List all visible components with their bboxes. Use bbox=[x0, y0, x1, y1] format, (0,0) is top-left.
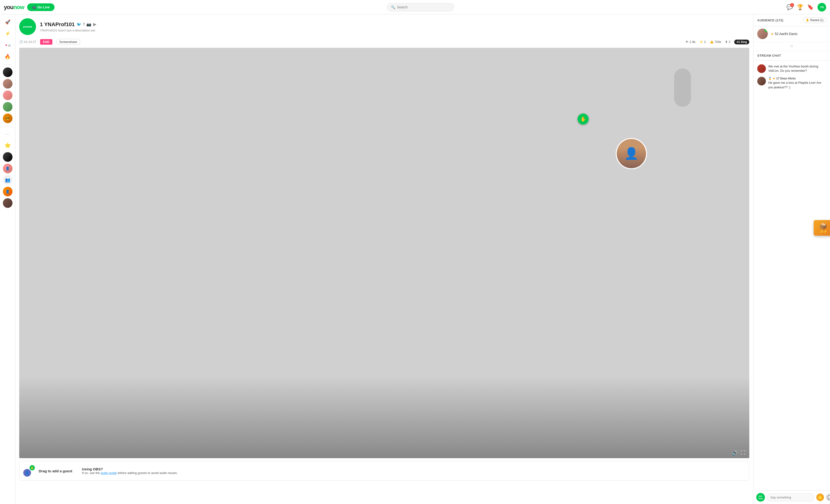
broadcaster-description: YNAProf101 hasn't put a description yet bbox=[40, 29, 749, 32]
chat-send-icons: ⭐ 💬 bbox=[816, 494, 830, 501]
sidebar-item-star-teal[interactable]: ⭐ bbox=[3, 141, 12, 150]
sidebar-avatar-4[interactable] bbox=[3, 102, 12, 111]
go-live-button[interactable]: 📹 Go Live bbox=[27, 3, 55, 11]
stream-controls: 🕐 01:24:27 END Screenshare 👁 2.9k ⚡ 2 👍 … bbox=[19, 39, 749, 45]
chat-message-2: 🏅 ★ 17 Dean Hicks He gave me a kiss at P… bbox=[754, 75, 830, 91]
camera-icon: 📹 bbox=[32, 5, 36, 9]
raised-button[interactable]: ✋ Raised (1) bbox=[803, 17, 826, 23]
panel-divider: ≡ bbox=[754, 42, 830, 51]
gift-chest[interactable]: 📦 ✨✨ bbox=[814, 220, 830, 236]
chat-messages: We met at the YouNow booth during VidCon… bbox=[754, 61, 830, 490]
chat-avatar-1 bbox=[757, 64, 766, 73]
sidebar-avatar-1[interactable] bbox=[3, 67, 12, 77]
chat-badge-icon: 🏅 bbox=[768, 77, 772, 80]
sidebar: 🚀 ⚡ ✦📊 🔥 😎 ··· ⭐ 👤 👥 👤 bbox=[0, 14, 15, 504]
sidebar-avatar-5[interactable]: 😎 bbox=[3, 113, 12, 123]
chat-badge: 1 bbox=[790, 3, 794, 7]
guest-video-circle: 👤 bbox=[616, 138, 647, 169]
sidebar-divider-2 bbox=[4, 126, 11, 126]
twitter-icon[interactable]: 🐦 bbox=[76, 22, 82, 27]
hand-raise-button[interactable]: ✋ bbox=[578, 113, 588, 125]
logo[interactable]: younow bbox=[4, 4, 24, 10]
right-panel: AUDIENCE (172) ✋ Raised (1) ✋ ★ 52 Aarth… bbox=[753, 14, 830, 504]
send-message-button[interactable]: 💬 bbox=[826, 494, 830, 501]
eye-icon: 👁 bbox=[685, 40, 689, 44]
audience-title: AUDIENCE (172) bbox=[757, 19, 784, 22]
broadcaster-details: 1 YNAProf101 🐦 f 📷 ▶ YNAProf101 hasn't p… bbox=[40, 21, 749, 32]
chat-text-2: He gave me a kiss at Playlist Live! Are … bbox=[768, 81, 826, 89]
sidebar-divider-1 bbox=[4, 64, 11, 65]
chat-input-avatar: younow bbox=[756, 493, 765, 502]
instagram-icon[interactable]: 📷 bbox=[87, 22, 91, 27]
obs-info: Using OBS? If so, use the audio guide be… bbox=[82, 467, 178, 475]
audience-hand-icon: ✋ bbox=[764, 29, 768, 32]
ghost-overlay bbox=[674, 68, 691, 107]
end-button[interactable]: END bbox=[40, 39, 52, 45]
video-controls: 🔊 ⛶ bbox=[732, 450, 745, 456]
drag-avatar-group: 👤 ✋ bbox=[23, 465, 35, 477]
search-icon: 🔍 bbox=[391, 5, 395, 9]
social-icons: 🐦 f 📷 ▶ bbox=[76, 22, 96, 27]
sidebar-avatar-8[interactable]: 👤 bbox=[3, 187, 12, 196]
broadcaster-name: 1 YNAProf101 🐦 f 📷 ▶ bbox=[40, 21, 749, 28]
sidebar-avatar-2[interactable] bbox=[3, 79, 12, 89]
broadcaster-info: younow 1 YNAProf101 🐦 f 📷 ▶ YNAProf101 h… bbox=[19, 18, 749, 35]
sidebar-avatar-7[interactable]: 👤 bbox=[3, 164, 12, 173]
audience-avatar-1: ✋ bbox=[757, 29, 768, 39]
sidebar-avatar-3[interactable] bbox=[3, 91, 12, 100]
chat-input[interactable] bbox=[767, 494, 815, 501]
top-navigation: younow 📹 Go Live 🔍 💬 1 🏆 🔖 YN bbox=[0, 0, 830, 14]
sidebar-avatar-9[interactable] bbox=[3, 198, 12, 208]
badge-icon[interactable]: 🔖 bbox=[807, 4, 814, 10]
chat-star-icon: ★ bbox=[773, 77, 775, 80]
volume-icon[interactable]: 🔊 bbox=[732, 450, 738, 456]
views-stat: 👁 2.9k bbox=[685, 40, 696, 44]
audience-member-name: ★ 52 Aarthi Davis bbox=[771, 32, 797, 36]
chat-avatar-2 bbox=[757, 77, 766, 86]
nav-center: 🔍 bbox=[55, 3, 787, 11]
drag-guest-label: Drag to add a guest bbox=[39, 469, 72, 473]
sidebar-item-fire[interactable]: 🔥 bbox=[3, 52, 12, 61]
chat-icon-button[interactable]: 💬 1 bbox=[787, 4, 793, 10]
facebook-icon[interactable]: f bbox=[83, 22, 85, 27]
trophy-icon[interactable]: 🏆 bbox=[797, 4, 803, 10]
star-badge-icon: ★ bbox=[771, 32, 774, 36]
chat-input-bar: younow ⭐ 💬 bbox=[754, 490, 830, 504]
sidebar-item-star-pink[interactable]: ✦📊 bbox=[3, 40, 12, 50]
drag-hand-icon: ✋ bbox=[30, 465, 35, 470]
chat-name-2: 🏅 ★ 17 Dean Hicks bbox=[768, 77, 826, 80]
audience-header: AUDIENCE (172) ✋ Raised (1) bbox=[754, 14, 830, 26]
sidebar-item-lightning[interactable]: ⚡ bbox=[3, 29, 12, 38]
search-input[interactable] bbox=[397, 5, 450, 9]
sidebar-avatar-group-icon[interactable]: 👥 bbox=[3, 175, 12, 185]
send-star-button[interactable]: ⭐ bbox=[816, 494, 824, 501]
rank-badge: #1 Sing bbox=[734, 40, 749, 44]
obs-description: If so, use the audio guide before adding… bbox=[82, 471, 178, 475]
chest-sparkle: ✨✨ bbox=[820, 230, 827, 233]
hand-small-icon: ✋ bbox=[806, 19, 809, 22]
thumbs-stat: 👍 700k bbox=[710, 40, 721, 44]
search-bar: 🔍 bbox=[387, 3, 454, 11]
main-layout: 🚀 ⚡ ✦📊 🔥 😎 ··· ⭐ 👤 👥 👤 younow 1 YNAProf1… bbox=[0, 14, 830, 504]
sidebar-item-more[interactable]: ··· bbox=[3, 129, 12, 139]
broadcaster-avatar: younow bbox=[19, 18, 36, 35]
chat-header: STREAM CHAT bbox=[754, 51, 830, 61]
chat-content-2: 🏅 ★ 17 Dean Hicks He gave me a kiss at P… bbox=[768, 77, 826, 89]
youtube-icon[interactable]: ▶ bbox=[93, 22, 96, 27]
audio-guide-link[interactable]: audio guide bbox=[101, 471, 117, 475]
thumbs-icon: 👍 bbox=[710, 40, 713, 44]
sidebar-avatar-6[interactable] bbox=[3, 152, 12, 162]
nav-right: 💬 1 🏆 🔖 YN bbox=[787, 3, 826, 11]
chat-text-1: We met at the YouNow booth during VidCon… bbox=[768, 64, 826, 73]
shares-stat: ⬆ 3 bbox=[725, 40, 730, 44]
video-player: 👤 ✋ 🔊 ⛶ bbox=[19, 48, 749, 458]
user-avatar[interactable]: YN bbox=[818, 3, 826, 11]
fullscreen-icon[interactable]: ⛶ bbox=[741, 450, 745, 456]
stream-time: 🕐 01:24:27 bbox=[19, 40, 36, 44]
chest-icon: 📦 bbox=[820, 223, 827, 230]
sidebar-item-rocket[interactable]: 🚀 bbox=[3, 17, 12, 27]
audience-item[interactable]: ✋ ★ 52 Aarthi Davis bbox=[754, 26, 830, 42]
screenshare-button[interactable]: Screenshare bbox=[56, 39, 80, 45]
bolt-icon: ⚡ bbox=[699, 40, 703, 44]
nav-left: younow 📹 Go Live bbox=[4, 3, 55, 11]
